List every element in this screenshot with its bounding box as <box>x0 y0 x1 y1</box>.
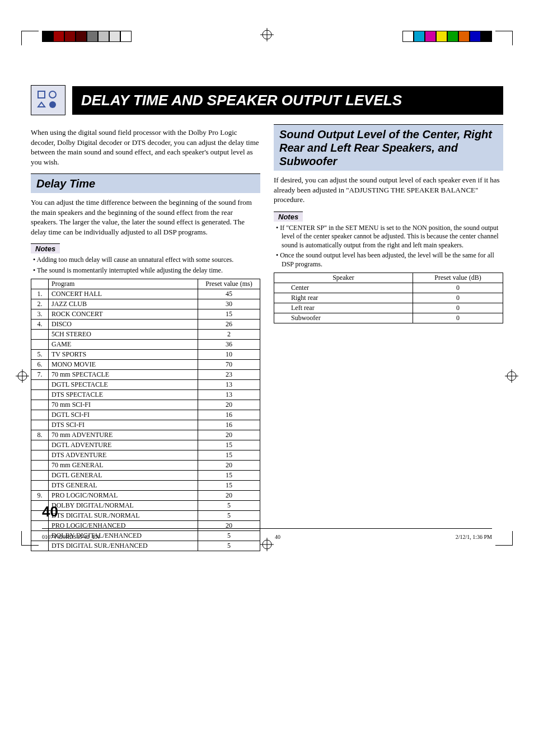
program-name: DGTL SPECTACLE <box>49 379 198 389</box>
table-row: 70 mm GENERAL20 <box>31 460 260 470</box>
row-number: 4. <box>31 319 49 329</box>
table-header-num <box>31 279 49 289</box>
speaker-name: Left rear <box>274 303 413 313</box>
row-number <box>31 379 49 389</box>
table-row: DGTL SCI-FI16 <box>31 410 260 420</box>
table-row: DOLBY DIGITAL/NORMAL5 <box>31 500 260 510</box>
table-row: Center0 <box>274 283 503 293</box>
row-number: 8. <box>31 430 49 440</box>
section-heading-output-level: Sound Output Level of the Center, Right … <box>274 124 503 171</box>
program-name: MONO MOVIE <box>49 359 198 369</box>
section-icon <box>31 85 65 115</box>
preset-value-ms: 20 <box>198 460 260 470</box>
page-title: DELAY TIME AND SPEAKER OUTPUT LEVELS <box>72 86 503 115</box>
speaker-name: Right rear <box>274 293 413 303</box>
row-number: 5. <box>31 349 49 359</box>
registration-crosshair-left <box>16 369 29 383</box>
program-name: JAZZ CLUB <box>49 299 198 309</box>
row-number <box>31 410 49 420</box>
preset-value-ms: 15 <box>198 309 260 319</box>
output-description: If desired, you can adjust the sound out… <box>274 175 503 205</box>
row-number <box>31 329 49 339</box>
row-number: 1. <box>31 289 49 299</box>
program-name: GAME <box>49 339 198 349</box>
program-name: PRO LOGIC/NORMAL <box>49 490 198 500</box>
row-number <box>31 460 49 470</box>
svg-rect-9 <box>38 91 45 98</box>
program-name: DTS SPECTACLE <box>49 389 198 400</box>
preset-value-ms: 20 <box>198 400 260 410</box>
speaker-name: Center <box>274 283 413 293</box>
program-name: 5CH STEREO <box>49 329 198 339</box>
row-number: 6. <box>31 359 49 369</box>
program-preset-table: Program Preset value (ms) 1.CONCERT HALL… <box>31 279 260 551</box>
table-row: DGTL SPECTACLE13 <box>31 379 260 389</box>
row-number: 7. <box>31 369 49 379</box>
preset-value-ms: 70 <box>198 359 260 369</box>
table-header-program: Program <box>49 279 198 289</box>
table-row: DGTL ADVENTURE15 <box>31 440 260 450</box>
preset-value-ms: 15 <box>198 480 260 490</box>
program-name: 70 mm ADVENTURE <box>49 430 198 440</box>
table-row: PRO LOGIC/ENHANCED20 <box>31 520 260 530</box>
preset-value-ms: 20 <box>198 430 260 440</box>
footer-page: 40 <box>275 534 280 540</box>
note-item: If "CENTER SP" in the SET MENU is set to… <box>276 224 503 250</box>
table-row: DTS SCI-FI16 <box>31 420 260 430</box>
preset-value-ms: 13 <box>198 379 260 389</box>
program-name: DTS GENERAL <box>49 480 198 490</box>
row-number: 9. <box>31 490 49 500</box>
preset-value-ms: 23 <box>198 369 260 379</box>
output-notes-list: If "CENTER SP" in the SET MENU is set to… <box>274 224 503 269</box>
row-number <box>31 470 49 480</box>
preset-value-ms: 5 <box>198 500 260 510</box>
program-name: 70 mm GENERAL <box>49 460 198 470</box>
preset-value-ms: 20 <box>198 520 260 530</box>
table-row: DGTL GENERAL15 <box>31 470 260 480</box>
delay-description: You can adjust the time difference betwe… <box>31 198 260 237</box>
row-number: 2. <box>31 299 49 309</box>
preset-value-db: 0 <box>413 313 503 323</box>
table-row: Right rear0 <box>274 293 503 303</box>
row-number <box>31 420 49 430</box>
program-name: ROCK CONCERT <box>49 309 198 319</box>
program-name: DGTL GENERAL <box>49 470 198 480</box>
table-row: 8.70 mm ADVENTURE20 <box>31 430 260 440</box>
program-name: DGTL SCI-FI <box>49 410 198 420</box>
table-row: 2.JAZZ CLUB30 <box>31 299 260 309</box>
preset-value-ms: 30 <box>198 299 260 309</box>
note-item: Adding too much delay will cause an unna… <box>33 256 260 265</box>
preset-value-db: 0 <box>413 303 503 313</box>
table-header-preset-ms: Preset value (ms) <box>198 279 260 289</box>
table-header-preset-db: Preset value (dB) <box>413 273 503 283</box>
footer-filename: 0107V420RDS35-42_EN <box>42 534 100 540</box>
preset-value-ms: 5 <box>198 510 260 520</box>
program-name: 70 mm SPECTACLE <box>49 369 198 379</box>
speaker-preset-table: Speaker Preset value (dB) Center0Right r… <box>274 273 503 323</box>
intro-paragraph: When using the digital sound field proce… <box>31 128 260 167</box>
row-number <box>31 339 49 349</box>
table-row: 1.CONCERT HALL45 <box>31 289 260 299</box>
row-number <box>31 389 49 400</box>
table-row: 3.ROCK CONCERT15 <box>31 309 260 319</box>
row-number <box>31 400 49 410</box>
program-name: DTS DIGITAL SUR./ENHANCED <box>49 541 198 551</box>
registration-crosshair-right <box>505 369 518 383</box>
preset-value-ms: 15 <box>198 450 260 460</box>
row-number <box>31 480 49 490</box>
note-item: The sound is momentarily interrupted whi… <box>33 266 260 275</box>
note-item: Once the sound output level has been adj… <box>276 251 503 269</box>
table-row: Left rear0 <box>274 303 503 313</box>
program-name: DTS ADVENTURE <box>49 450 198 460</box>
table-row: 6.MONO MOVIE70 <box>31 359 260 369</box>
preset-value-ms: 15 <box>198 470 260 480</box>
table-row: DTS SPECTACLE13 <box>31 389 260 400</box>
program-name: PRO LOGIC/ENHANCED <box>49 520 198 530</box>
preset-value-ms: 20 <box>198 490 260 500</box>
preset-value-ms: 16 <box>198 410 260 420</box>
preset-value-ms: 26 <box>198 319 260 329</box>
row-number <box>31 450 49 460</box>
table-row: 9.PRO LOGIC/NORMAL20 <box>31 490 260 500</box>
table-row: 70 mm SCI-FI20 <box>31 400 260 410</box>
preset-value-ms: 36 <box>198 339 260 349</box>
